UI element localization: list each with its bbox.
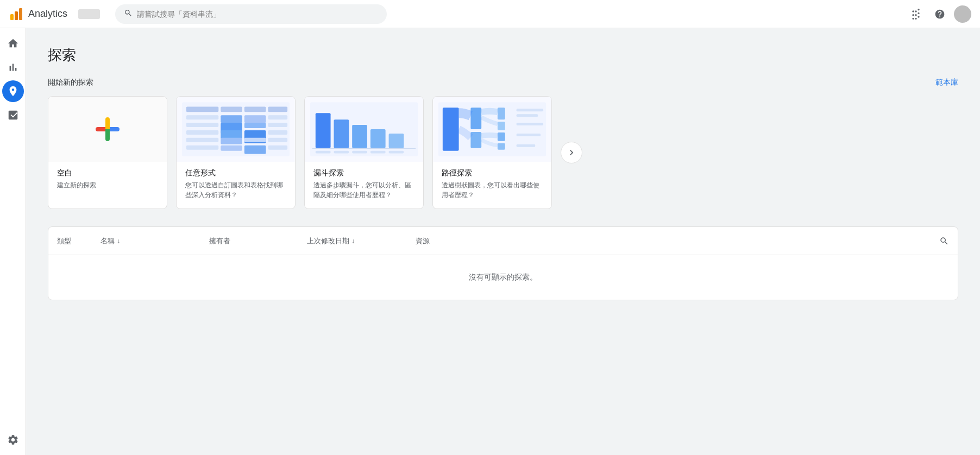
- page-title: 探索: [48, 46, 958, 65]
- analytics-logo-icon: [9, 7, 24, 22]
- svg-rect-37: [352, 151, 367, 154]
- sidebar-bottom: [2, 429, 24, 451]
- svg-rect-46: [498, 132, 505, 141]
- topbar-actions: [906, 4, 971, 24]
- svg-rect-21: [221, 138, 242, 144]
- svg-rect-4: [186, 106, 218, 112]
- svg-rect-10: [244, 115, 266, 123]
- col-date[interactable]: 上次修改日期 ↓: [307, 236, 416, 246]
- section-header: 開始新的探索 範本庫: [48, 78, 958, 87]
- svg-rect-24: [186, 146, 218, 150]
- template-library-link[interactable]: 範本庫: [935, 78, 958, 87]
- svg-rect-15: [268, 123, 287, 127]
- svg-rect-11: [268, 115, 287, 119]
- card-path-desc: 透過樹狀圖表，您可以看出哪些使用者歷程？: [442, 180, 543, 200]
- user-avatar[interactable]: [954, 5, 971, 23]
- sidebar-item-reports[interactable]: [2, 56, 24, 78]
- svg-rect-1: [15, 11, 18, 20]
- svg-rect-38: [370, 151, 386, 154]
- svg-rect-50: [517, 123, 544, 125]
- col-name[interactable]: 名稱 ↓: [100, 236, 209, 246]
- card-funnel-body: 漏斗探索 透過多步驟漏斗，您可以分析、區隔及細分哪些使用者歷程？: [305, 162, 423, 208]
- svg-rect-33: [389, 134, 404, 148]
- card-blank-thumb: [48, 97, 167, 162]
- table-header: 類型 名稱 ↓ 擁有者 上次修改日期 ↓ 資源: [48, 227, 958, 255]
- card-freeform-desc: 您可以透過自訂圖表和表格找到哪些深入分析資料？: [185, 180, 286, 200]
- svg-rect-49: [517, 114, 538, 117]
- svg-rect-31: [352, 125, 367, 148]
- sidebar: [0, 28, 26, 455]
- col-type: 類型: [57, 236, 100, 246]
- svg-rect-23: [268, 138, 287, 142]
- svg-rect-6: [244, 106, 266, 112]
- card-blank[interactable]: 空白 建立新的探索: [48, 96, 167, 209]
- plus-icon: [96, 117, 120, 141]
- help-button[interactable]: [930, 4, 950, 24]
- card-freeform-title: 任意形式: [185, 168, 286, 178]
- table-search-btn[interactable]: [939, 236, 949, 246]
- svg-rect-2: [19, 8, 22, 20]
- app-title: Analytics: [28, 8, 67, 20]
- svg-rect-20: [186, 138, 218, 142]
- svg-rect-35: [316, 151, 331, 154]
- svg-rect-5: [221, 106, 242, 112]
- sidebar-item-home[interactable]: [2, 33, 24, 54]
- cards-row: 空白 建立新的探索: [48, 96, 958, 209]
- sidebar-item-settings[interactable]: [2, 429, 24, 451]
- svg-rect-25: [221, 146, 242, 151]
- svg-rect-36: [334, 151, 349, 154]
- svg-rect-22: [244, 138, 266, 142]
- main-content: 探索 開始新的探索 範本庫 空白 建立新的探索: [26, 28, 980, 455]
- topbar: Analytics: [0, 0, 980, 28]
- svg-rect-26: [244, 146, 266, 154]
- svg-rect-29: [316, 113, 331, 148]
- apps-button[interactable]: [906, 4, 926, 24]
- svg-rect-42: [470, 108, 481, 129]
- col-source: 資源: [416, 236, 939, 246]
- svg-rect-44: [498, 108, 505, 119]
- card-path-body: 路徑探索 透過樹狀圖表，您可以看出哪些使用者歷程？: [433, 162, 551, 208]
- svg-rect-16: [186, 130, 218, 135]
- date-sort-icon: ↓: [351, 237, 355, 245]
- svg-rect-9: [221, 115, 242, 123]
- search-icon: [124, 9, 133, 20]
- svg-rect-8: [186, 115, 218, 119]
- card-funnel[interactable]: 漏斗探索 透過多步驟漏斗，您可以分析、區隔及細分哪些使用者歷程？: [304, 96, 424, 209]
- explorations-table: 類型 名稱 ↓ 擁有者 上次修改日期 ↓ 資源: [48, 226, 958, 300]
- account-selector[interactable]: [78, 9, 100, 19]
- next-button[interactable]: [561, 142, 582, 163]
- svg-rect-48: [517, 109, 544, 111]
- svg-rect-51: [517, 134, 541, 136]
- card-funnel-desc: 透過多步驟漏斗，您可以分析、區隔及細分哪些使用者歷程？: [313, 180, 414, 200]
- svg-rect-41: [443, 108, 459, 150]
- col-owner: 擁有者: [209, 236, 307, 246]
- svg-rect-30: [334, 119, 349, 148]
- svg-rect-47: [498, 143, 505, 150]
- svg-rect-14: [244, 123, 266, 128]
- layout: 探索 開始新的探索 範本庫 空白 建立新的探索: [0, 28, 980, 455]
- svg-rect-27: [268, 146, 287, 150]
- card-funnel-thumb: [305, 97, 423, 162]
- svg-rect-17: [221, 130, 242, 139]
- svg-rect-32: [370, 129, 386, 148]
- svg-rect-12: [186, 123, 218, 127]
- new-exploration-label: 開始新的探索: [48, 78, 93, 87]
- sidebar-item-advertising[interactable]: [2, 104, 24, 126]
- table-empty-message: 沒有可顯示的探索。: [48, 255, 958, 300]
- card-freeform[interactable]: 任意形式 您可以透過自訂圖表和表格找到哪些深入分析資料？: [176, 96, 296, 209]
- svg-rect-19: [268, 130, 287, 135]
- search-bar[interactable]: [115, 4, 387, 24]
- card-blank-desc: 建立新的探索: [57, 180, 158, 190]
- card-path[interactable]: 路徑探索 透過樹狀圖表，您可以看出哪些使用者歷程？: [432, 96, 552, 209]
- search-input[interactable]: [137, 10, 378, 18]
- card-funnel-title: 漏斗探索: [313, 168, 414, 178]
- card-path-thumb: [433, 97, 551, 162]
- svg-rect-39: [389, 151, 404, 154]
- account-placeholder: [78, 9, 100, 19]
- name-sort-icon: ↓: [117, 237, 120, 245]
- card-path-title: 路徑探索: [442, 168, 543, 178]
- card-freeform-body: 任意形式 您可以透過自訂圖表和表格找到哪些深入分析資料？: [177, 162, 295, 208]
- card-blank-body: 空白 建立新的探索: [48, 162, 167, 199]
- sidebar-item-explore[interactable]: [2, 80, 24, 102]
- svg-rect-45: [498, 122, 505, 130]
